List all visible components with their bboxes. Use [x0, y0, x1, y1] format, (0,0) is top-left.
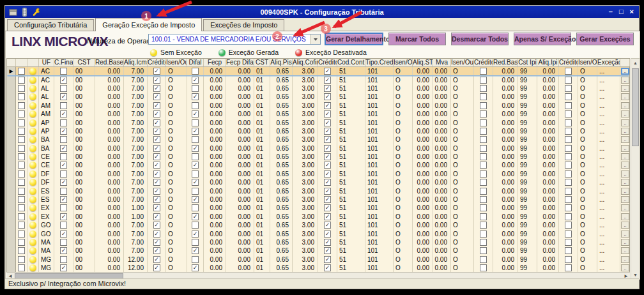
- row-checkbox[interactable]: [18, 153, 25, 160]
- checkbox-difal[interactable]: ✓: [192, 231, 199, 238]
- form-icon[interactable]: [9, 8, 17, 16]
- checkbox-credito-icms[interactable]: ✓: [153, 77, 160, 84]
- checkbox-cfinal[interactable]: ✓: [60, 110, 67, 117]
- table-row-ce-11[interactable]: CE✓000.007.00✓O✓0.000.00010.653.00✓51101…: [7, 161, 629, 169]
- checkbox-difal[interactable]: [192, 85, 199, 92]
- table-row-es-14[interactable]: ES000.007.00✓O0.000.00010.653.00✓51101O0…: [7, 186, 629, 195]
- row-edit-button[interactable]: ..: [621, 145, 629, 152]
- checkbox-credito-icms[interactable]: ✓: [153, 102, 160, 109]
- tab-geracao-excecao-de-imposto[interactable]: Geração Exceção de Imposto: [95, 18, 202, 31]
- checkbox-credito-icms[interactable]: ✓: [153, 264, 160, 271]
- checkbox-credito-ipi[interactable]: [565, 204, 572, 211]
- checkbox-credito-piscofins[interactable]: ✓: [324, 247, 331, 254]
- checkbox-difal[interactable]: [192, 68, 199, 75]
- table-row-es-15[interactable]: ES✓000.007.00✓O✓0.000.00010.653.00✓51101…: [7, 195, 629, 204]
- checkbox-credito-icms[interactable]: ✓: [153, 153, 160, 160]
- row-checkbox[interactable]: [18, 179, 25, 186]
- checkbox-difal[interactable]: [192, 102, 199, 109]
- tab-excecoes-de-imposto[interactable]: Exceções de Imposto: [203, 19, 284, 31]
- checkbox-credito-piscofins[interactable]: ✓: [324, 239, 331, 246]
- checkbox-credito-ipi[interactable]: [565, 179, 572, 186]
- table-row-am-5[interactable]: AM✓000.007.00✓O✓0.000.00010.653.00✓51101…: [7, 110, 629, 118]
- checkbox-credito-ipi[interactable]: [565, 231, 572, 238]
- row-selector[interactable]: [7, 204, 16, 212]
- checkbox-difal[interactable]: [192, 153, 199, 160]
- checkbox-credito-icms[interactable]: ✓: [153, 247, 160, 254]
- row-selector[interactable]: [7, 213, 16, 221]
- wrench-icon[interactable]: [32, 8, 41, 16]
- row-edit-button[interactable]: ..: [621, 136, 629, 143]
- checkbox-credito-icms[interactable]: ✓: [153, 231, 160, 238]
- checkbox-credito-icms[interactable]: ✓: [153, 222, 160, 229]
- checkbox-credito-st[interactable]: [480, 68, 487, 75]
- row-selector[interactable]: [7, 264, 16, 272]
- checkbox-credito-st[interactable]: [480, 136, 487, 143]
- checkbox-credito-st[interactable]: [480, 247, 487, 254]
- minimize-button[interactable]: –: [609, 6, 613, 18]
- row-edit-button[interactable]: ..: [621, 153, 629, 160]
- checkbox-cfinal[interactable]: ✓: [60, 162, 67, 169]
- checkbox-difal[interactable]: [192, 256, 199, 263]
- row-checkbox[interactable]: [18, 145, 25, 152]
- row-edit-button[interactable]: ..: [621, 213, 629, 220]
- checkbox-credito-piscofins[interactable]: ✓: [324, 85, 331, 92]
- checkbox-cfinal[interactable]: ✓: [60, 196, 67, 203]
- checkbox-credito-ipi[interactable]: [565, 110, 572, 117]
- row-checkbox[interactable]: [18, 222, 25, 229]
- checkbox-credito-st[interactable]: [480, 213, 487, 220]
- checkbox-credito-st[interactable]: [480, 170, 487, 178]
- checkbox-difal[interactable]: ✓: [192, 264, 199, 271]
- checkbox-credito-ipi[interactable]: [565, 162, 572, 169]
- checkbox-difal[interactable]: ✓: [192, 145, 199, 152]
- scroll-up-icon[interactable]: ▲: [631, 59, 640, 67]
- checkbox-credito-icms[interactable]: ✓: [153, 162, 160, 169]
- checkbox-cfinal[interactable]: [60, 119, 67, 126]
- row-checkbox[interactable]: [18, 256, 25, 263]
- row-selector[interactable]: [7, 229, 16, 238]
- checkbox-difal[interactable]: [192, 119, 199, 126]
- row-edit-button[interactable]: ..: [621, 68, 629, 75]
- checkbox-credito-piscofins[interactable]: ✓: [324, 162, 331, 169]
- checkbox-difal[interactable]: ✓: [192, 93, 199, 100]
- marcar-todos-button[interactable]: Marcar Todos: [388, 33, 446, 45]
- checkbox-cfinal[interactable]: ✓: [60, 247, 67, 254]
- checkbox-credito-ipi[interactable]: [565, 77, 572, 84]
- row-edit-button[interactable]: ..: [621, 196, 629, 203]
- checkbox-credito-piscofins[interactable]: ✓: [324, 128, 331, 135]
- checkbox-cfinal[interactable]: ✓: [60, 128, 67, 135]
- checkbox-credito-ipi[interactable]: [565, 68, 572, 75]
- checkbox-credito-piscofins[interactable]: ✓: [324, 179, 331, 186]
- row-selector[interactable]: [7, 84, 16, 93]
- checkbox-credito-icms[interactable]: ✓: [153, 145, 160, 152]
- checkbox-difal[interactable]: ✓: [192, 179, 199, 186]
- checkbox-credito-ipi[interactable]: [565, 188, 572, 195]
- gerar-detalhamento-button[interactable]: Gerar Detalhamento: [325, 33, 383, 45]
- row-checkbox[interactable]: [18, 162, 25, 169]
- checkbox-credito-piscofins[interactable]: ✓: [324, 93, 331, 100]
- row-checkbox[interactable]: [18, 119, 25, 126]
- checkbox-credito-ipi[interactable]: [565, 170, 572, 178]
- row-selector[interactable]: [7, 195, 16, 204]
- table-row-ba-8[interactable]: BA000.007.00✓O0.000.00010.653.00✓51101O0…: [7, 135, 629, 144]
- checkbox-cfinal[interactable]: ✓: [60, 213, 67, 220]
- row-edit-button[interactable]: ..: [621, 247, 629, 254]
- checkbox-credito-st[interactable]: [480, 102, 487, 109]
- row-edit-button[interactable]: ..: [621, 170, 629, 178]
- checkbox-cfinal[interactable]: ✓: [60, 179, 67, 186]
- checkbox-cfinal[interactable]: [60, 85, 67, 92]
- row-edit-button[interactable]: ..: [621, 222, 629, 229]
- checkbox-credito-piscofins[interactable]: ✓: [324, 256, 331, 263]
- checkbox-credito-st[interactable]: [480, 188, 487, 195]
- checkbox-credito-ipi[interactable]: [565, 93, 572, 100]
- checkbox-credito-piscofins[interactable]: ✓: [324, 145, 331, 152]
- checkbox-credito-ipi[interactable]: [565, 153, 572, 160]
- row-selector[interactable]: [7, 221, 16, 229]
- row-selector[interactable]: [7, 110, 16, 118]
- row-checkbox[interactable]: [18, 196, 25, 203]
- checkbox-credito-st[interactable]: [480, 153, 487, 160]
- row-checkbox[interactable]: [18, 110, 25, 117]
- checkbox-credito-piscofins[interactable]: ✓: [324, 188, 331, 195]
- table-row-ma-20[interactable]: MA000.007.00✓O0.000.00010.653.00✓51101O0…: [7, 238, 629, 246]
- checkbox-credito-icms[interactable]: ✓: [153, 119, 160, 126]
- row-selector[interactable]: [7, 178, 16, 186]
